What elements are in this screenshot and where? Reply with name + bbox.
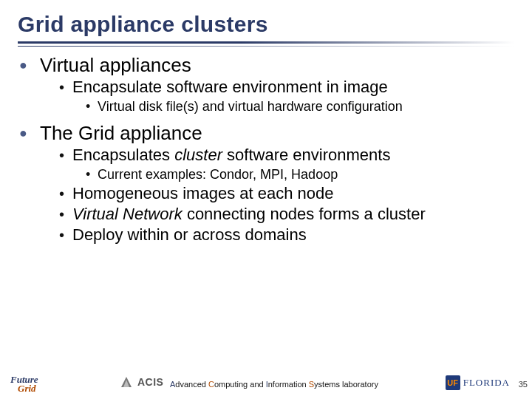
styled-letter: C [208,380,214,389]
footer: Future Grid ACIS Advanced Computing and … [0,368,532,393]
text-part: connecting nodes forms a cluster [183,205,426,223]
bullet-l2: • Virtual Network connecting nodes forms… [59,205,514,224]
slide: Grid appliance clusters ● Virtual applia… [0,0,532,399]
bullet-l1: ● The Grid appliance [18,122,514,144]
bullet-l3-text: Virtual disk file(s) and virtual hardwar… [98,98,403,115]
text-italic: Virtual Network [72,205,183,223]
bullet-l2-text: Homogeneous images at each node [72,184,333,203]
slide-title: Grid appliance clusters [18,12,514,37]
text-part: software environments [222,146,390,164]
bullet-dot-icon: ● [18,122,40,144]
page-number: 35 [519,380,528,389]
bullet-dot-icon: • [86,98,98,115]
uf-logo: UF FLORIDA [446,375,510,390]
text-part: Encapsulates [72,146,174,164]
bullet-l1-text: The Grid appliance [40,122,202,144]
lab-caption: Advanced Computing and Information Syste… [170,380,378,389]
acis-icon [118,374,134,390]
acis-logo: ACIS [118,374,163,390]
styled-letter: S [309,380,314,389]
bullet-l3: • Virtual disk file(s) and virtual hardw… [86,98,514,115]
bullet-l1-text: Virtual appliances [40,54,191,76]
acis-text: ACIS [137,376,163,388]
bullet-dot-icon: • [59,146,72,165]
bullet-l2-text: Encapsulate software environment in imag… [72,78,388,97]
bullet-l2: • Homogeneous images at each node [59,184,514,203]
logo-text: Grid [18,384,38,393]
bullet-l2-text: Encapsulates cluster software environmen… [72,146,390,165]
bullet-l3: • Current examples: Condor, MPI, Hadoop [86,166,514,183]
bullet-l1: ● Virtual appliances [18,54,514,76]
bullet-l2-text: Virtual Network connecting nodes forms a… [72,205,426,224]
styled-letter: A [170,380,175,389]
futuregrid-logo: Future Grid [10,375,38,393]
bullet-dot-icon: • [59,78,72,97]
bullet-l3-text: Current examples: Condor, MPI, Hadoop [98,166,338,183]
text-italic: cluster [174,146,222,164]
bullet-l2: • Encapsulates cluster software environm… [59,146,514,165]
bullet-dot-icon: ● [18,54,40,76]
uf-badge: UF [446,375,460,390]
bullet-dot-icon: • [59,225,72,245]
bullet-l2-text: Deploy within or across domains [72,225,307,245]
bullet-dot-icon: • [59,184,72,203]
styled-letter: I [266,380,268,389]
bullet-l2: • Deploy within or across domains [59,225,514,245]
title-rule [18,41,514,47]
body-content: ● Virtual appliances • Encapsulate softw… [18,54,514,245]
bullet-dot-icon: • [86,166,98,183]
bullet-dot-icon: • [59,205,72,224]
uf-text: FLORIDA [463,377,510,389]
bullet-l2: • Encapsulate software environment in im… [59,78,514,97]
